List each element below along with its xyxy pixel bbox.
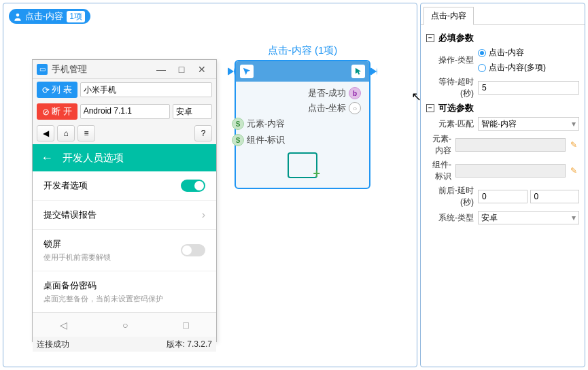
in-comp-id: S组件-标识 — [229, 132, 364, 148]
connection-status: 连接成功 — [37, 339, 69, 350]
os-select[interactable]: Android 7.1.1 — [80, 104, 170, 119]
list-button[interactable]: ⟳列 表 — [37, 82, 77, 98]
delay-after-input[interactable] — [530, 190, 580, 203]
dev-options-list: 开发者选项 提交错误报告 › 锁屏 使用手机前需要解锁 桌面备份密码 桌面完整备… — [33, 171, 216, 312]
exec-in-port[interactable] — [228, 67, 235, 75]
android-nav-bar: ◁ ○ □ — [33, 312, 216, 337]
device-select[interactable]: 小米手机 — [80, 82, 212, 97]
edit-icon[interactable]: ✎ — [568, 139, 579, 150]
phone-title: 手机管理 — [52, 63, 151, 75]
radio-click-multi[interactable]: 点击-内容(多项) — [478, 62, 546, 73]
collapse-icon: − — [426, 104, 434, 112]
cursor-icon — [351, 65, 365, 78]
os-value: Android 7.1.1 — [84, 106, 132, 116]
chip-label: 点击-内容 — [25, 10, 63, 22]
nav-menu-button[interactable]: ≡ — [77, 125, 95, 141]
elem-content-label: 元素-内容 — [426, 133, 455, 156]
back-arrow-icon[interactable]: ← — [41, 151, 53, 165]
disconnect-button[interactable]: ⊘断 开 — [37, 103, 77, 120]
chevron-down-icon: ▾ — [572, 119, 576, 129]
edit-icon[interactable]: ✎ — [568, 165, 579, 176]
radio2-label: 点击-内容(多项) — [489, 62, 546, 73]
action-chip[interactable]: 点击-内容 1项 — [9, 9, 90, 24]
node-header — [236, 61, 369, 82]
elem-content-input[interactable] — [455, 138, 566, 152]
op-type-label: 操作-类型 — [426, 54, 478, 66]
flow-node-container: 点击-内容 (1项) 是否-成功b 点击-坐标○ S元素-内容 S组件-标识 — [235, 44, 370, 189]
out1-label: 是否-成功 — [308, 87, 346, 99]
in-elem-content: S元素-内容 — [229, 116, 364, 132]
version-label: 版本: — [167, 339, 188, 349]
string-port[interactable]: ○ — [349, 102, 361, 114]
nav-home-button[interactable]: ⌂ — [57, 125, 75, 141]
nav-back-button[interactable]: ◀ — [37, 125, 54, 141]
delay-before-input[interactable] — [478, 190, 528, 203]
properties-tab[interactable]: 点击-内容 — [423, 7, 474, 25]
lock-toggle[interactable] — [181, 244, 205, 256]
click-content-node[interactable]: 是否-成功b 点击-坐标○ S元素-内容 S组件-标识 — [235, 60, 370, 189]
refresh-icon: ⟳ — [42, 85, 50, 95]
person-icon — [13, 11, 25, 22]
wait-input[interactable] — [478, 81, 579, 95]
close-button[interactable]: ✕ — [192, 64, 212, 75]
chip-count: 1项 — [67, 11, 85, 22]
minimize-button[interactable]: — — [151, 64, 171, 75]
list-button-label: 列 表 — [52, 84, 72, 96]
match-label: 元素-匹配 — [426, 118, 478, 130]
match-select[interactable]: 智能-内容▾ — [478, 117, 579, 131]
phone-manager-window: ▭ 手机管理 — □ ✕ ⟳列 表 小米手机 ⊘断 开 Android 7.1.… — [32, 59, 217, 342]
canvas-area: 点击-内容 1项 ▭ 手机管理 — □ ✕ ⟳列 表 小米手机 ⊘断 开 And… — [3, 3, 417, 367]
help-button[interactable]: ? — [194, 125, 212, 141]
maximize-button[interactable]: □ — [171, 64, 192, 75]
string-in-port[interactable]: S — [232, 118, 244, 130]
string-in-port-2[interactable]: S — [232, 134, 244, 146]
disconnect-label: 断 开 — [52, 105, 72, 118]
chevron-down-icon: ▾ — [572, 213, 576, 222]
phone-app-icon: ▭ — [37, 64, 48, 75]
backup-row[interactable]: 桌面备份密码 桌面完整备份，当前未设置密码保护 — [33, 271, 216, 312]
chevron-right-icon: › — [202, 209, 205, 221]
stop-icon: ⊘ — [42, 107, 50, 117]
optional-label: 可选参数 — [438, 102, 474, 114]
svg-point-0 — [16, 14, 20, 17]
device-value: 小米手机 — [84, 85, 116, 95]
bugreport-row[interactable]: 提交错误报告 › — [33, 201, 216, 230]
lock-sublabel: 使用手机前需要解锁 — [44, 252, 181, 263]
devopt-toggle[interactable] — [181, 180, 205, 192]
out2-label: 点击-坐标 — [308, 102, 346, 114]
bugreport-label: 提交错误报告 — [44, 209, 202, 221]
match-value: 智能-内容 — [481, 118, 517, 130]
devopt-label: 开发者选项 — [44, 180, 181, 192]
capture-region-icon[interactable] — [288, 152, 317, 178]
platform-select[interactable]: 安卓 — [173, 104, 212, 119]
exec-out-port[interactable] — [370, 67, 377, 75]
android-home-icon[interactable]: ○ — [122, 320, 128, 331]
out-success: 是否-成功b — [241, 86, 364, 101]
in2-label: 组件-标识 — [247, 134, 285, 146]
sys-value: 安卓 — [481, 212, 498, 224]
android-recent-icon[interactable]: □ — [183, 320, 188, 331]
properties-tab-bar: 点击-内容 — [421, 3, 585, 25]
radio-click-content[interactable]: 点击-内容 — [478, 47, 524, 58]
dev-option-toggle-row[interactable]: 开发者选项 — [33, 171, 216, 201]
android-back-icon[interactable]: ◁ — [60, 320, 67, 331]
version-value: 7.3.2.7 — [187, 339, 212, 349]
sys-type-select[interactable]: 安卓▾ — [478, 211, 579, 224]
lockscreen-row[interactable]: 锁屏 使用手机前需要解锁 — [33, 230, 216, 271]
wait-label: 等待-超时(秒) — [426, 76, 478, 99]
optional-section-header[interactable]: −可选参数 — [426, 102, 579, 114]
in1-label: 元素-内容 — [247, 118, 285, 130]
phone-titlebar: ▭ 手机管理 — □ ✕ — [33, 60, 216, 79]
platform-value: 安卓 — [176, 107, 192, 116]
collapse-icon: − — [426, 34, 434, 42]
delay-label: 前后-延时(秒) — [426, 185, 478, 208]
backup-sublabel: 桌面完整备份，当前未设置密码保护 — [44, 294, 205, 304]
lock-label: 锁屏 — [44, 238, 181, 250]
sys-type-label: 系统-类型 — [426, 212, 478, 224]
required-section-header[interactable]: −必填参数 — [426, 32, 579, 44]
out-coord: 点击-坐标○ — [241, 101, 364, 116]
radio-icon — [478, 64, 486, 72]
comp-id-input[interactable] — [455, 164, 566, 178]
bool-port[interactable]: b — [349, 87, 361, 99]
comp-id-label: 组件-标识 — [426, 159, 455, 182]
